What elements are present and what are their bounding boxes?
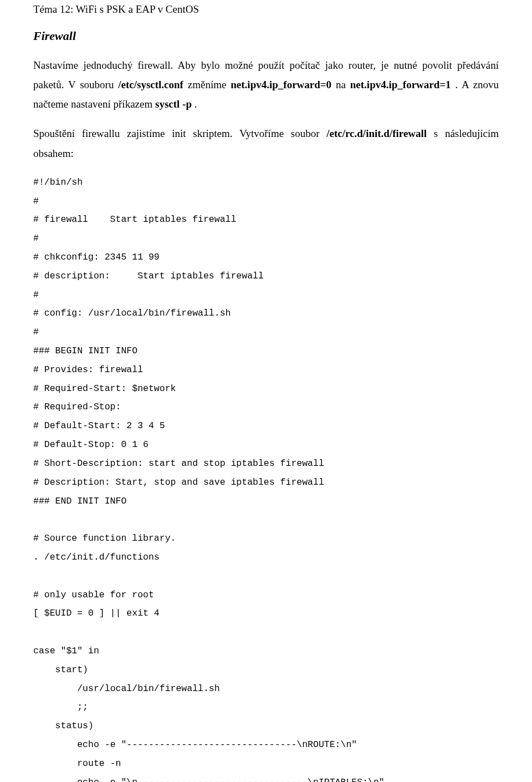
paragraph-1: Nastavíme jednoduchý firewall. Aby bylo … — [33, 55, 499, 114]
document-page: Téma 12: WiFi s PSK a EAP v CentOS Firew… — [0, 3, 532, 782]
section-title-firewall: Firewall — [33, 29, 499, 43]
paragraph-2: Spouštění firewallu zajistíme init skrip… — [33, 124, 499, 163]
page-header: Téma 12: WiFi s PSK a EAP v CentOS — [33, 3, 499, 16]
firewall-init-script: #!/bin/sh # # firewall Start iptables fi… — [33, 173, 499, 782]
